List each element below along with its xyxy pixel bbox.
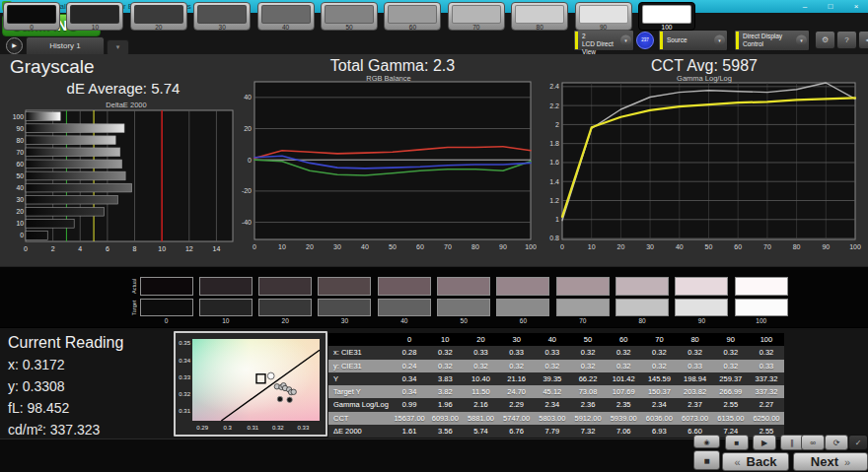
table-cell: 15637.00 bbox=[392, 412, 427, 425]
patch-button-100[interactable]: 100 bbox=[638, 2, 695, 31]
tab-history-1[interactable]: History 1 bbox=[26, 36, 105, 55]
svg-text:40: 40 bbox=[16, 184, 24, 191]
svg-text:10: 10 bbox=[278, 243, 286, 250]
table-cell: 5747.00 bbox=[499, 412, 535, 425]
table-cell: 5803.00 bbox=[535, 412, 570, 425]
table-row-label: x: CIE31 bbox=[328, 346, 392, 359]
target-row-label: Target bbox=[129, 299, 139, 316]
table-cell: 0.32 bbox=[570, 346, 606, 359]
back-button[interactable]: « Back bbox=[722, 452, 789, 471]
table-col-header: 30 bbox=[499, 333, 535, 346]
source-accent-bar bbox=[660, 32, 663, 49]
loop-icon[interactable]: ∞ bbox=[801, 435, 825, 450]
preview-icon[interactable]: ◉ bbox=[693, 435, 720, 448]
table-cell: 3.83 bbox=[427, 372, 463, 385]
source-dropdown[interactable]: Source ▾ bbox=[658, 30, 728, 51]
patch-button-70[interactable]: 70 bbox=[448, 2, 505, 31]
table-cell: 7.06 bbox=[606, 425, 641, 438]
close-button[interactable]: × bbox=[848, 0, 864, 13]
minimize-button[interactable]: – bbox=[797, 0, 813, 13]
patch-button-80[interactable]: 80 bbox=[511, 2, 568, 31]
stop-icon[interactable]: ■ bbox=[725, 435, 749, 450]
table-cell: 11.50 bbox=[463, 385, 498, 398]
svg-text:1: 1 bbox=[555, 216, 559, 223]
svg-text:0.31: 0.31 bbox=[247, 425, 258, 431]
meter-dropdown[interactable]: X-Rite i1Pro 2 LCD Direct View ▾ bbox=[573, 30, 634, 51]
svg-text:0.31: 0.31 bbox=[179, 408, 190, 414]
deltae-bar-chart: 100908070605040302010002468101214 bbox=[3, 109, 253, 259]
svg-text:0.32: 0.32 bbox=[272, 425, 284, 431]
table-cell: 0.32 bbox=[713, 360, 749, 372]
table-col-header: 90 bbox=[713, 333, 749, 346]
table-cell: 7.32 bbox=[570, 425, 606, 438]
chevron-down-icon[interactable]: ▾ bbox=[796, 35, 807, 46]
patch-swatch bbox=[7, 5, 56, 24]
svg-text:60: 60 bbox=[16, 161, 24, 168]
display-control-dropdown[interactable]: Direct Display Control ▾ bbox=[734, 30, 810, 51]
table-col-header: 100 bbox=[749, 333, 784, 346]
svg-text:0.33: 0.33 bbox=[298, 425, 310, 431]
svg-text:50: 50 bbox=[705, 243, 713, 250]
patch-button-40[interactable]: 40 bbox=[257, 2, 315, 31]
table-cell: 0.33 bbox=[678, 360, 713, 372]
actual-swatch-30 bbox=[318, 277, 371, 296]
patch-button-0[interactable]: 0 bbox=[3, 2, 60, 31]
table-row-label: CCT bbox=[328, 412, 392, 425]
target-swatch-70 bbox=[556, 299, 610, 316]
table-cell: 0.32 bbox=[606, 360, 641, 372]
svg-text:2: 2 bbox=[51, 245, 55, 252]
patch-button-20[interactable]: 20 bbox=[130, 2, 187, 31]
maximize-button[interactable]: □ bbox=[823, 0, 838, 13]
patch-button-30[interactable]: 30 bbox=[193, 2, 251, 31]
table-cell: 2.16 bbox=[463, 398, 498, 411]
chevron-down-icon[interactable]: ▾ bbox=[714, 35, 725, 46]
run-tab-button[interactable]: ▶ bbox=[6, 37, 23, 54]
table-cell: 5912.00 bbox=[570, 412, 606, 425]
table-col-header: 70 bbox=[641, 333, 677, 346]
table-cell: 0.32 bbox=[535, 360, 570, 372]
next-button[interactable]: Next » bbox=[793, 452, 868, 471]
table-col-header: 60 bbox=[606, 333, 641, 346]
table-col-header: 20 bbox=[463, 333, 498, 346]
table-cell: 66.22 bbox=[570, 372, 606, 385]
patch-button-10[interactable]: 10 bbox=[66, 2, 123, 31]
svg-text:0.8: 0.8 bbox=[549, 235, 559, 241]
table-row-label: y: CIE31 bbox=[328, 360, 392, 372]
settings-gear-icon[interactable]: ⚙ bbox=[815, 31, 835, 49]
target-swatch-20 bbox=[258, 299, 312, 316]
svg-text:20: 20 bbox=[244, 125, 252, 132]
svg-text:10: 10 bbox=[158, 245, 166, 252]
source-label: Source bbox=[667, 36, 713, 44]
svg-text:30: 30 bbox=[333, 243, 341, 250]
svg-text:70: 70 bbox=[16, 149, 24, 156]
table-cell: 6073.00 bbox=[678, 412, 713, 425]
patch-button-50[interactable]: 50 bbox=[321, 2, 378, 31]
target-swatch-100 bbox=[735, 299, 788, 316]
target-swatch-10 bbox=[199, 299, 253, 316]
deltae-chart-title: DeltaE 2000 bbox=[0, 101, 253, 109]
play-icon[interactable]: ▶ bbox=[753, 435, 776, 450]
chevron-right-icon: » bbox=[844, 456, 850, 468]
display-control-label: Direct Display Control bbox=[743, 33, 795, 48]
patch-button-60[interactable]: 60 bbox=[384, 2, 441, 31]
table-cell: 0.34 bbox=[392, 372, 427, 385]
reading-x: x: 0.3172 bbox=[8, 357, 65, 372]
patch-label: 70 bbox=[452, 24, 501, 32]
table-cell: 0.32 bbox=[713, 346, 749, 359]
swatch-level-label: 100 bbox=[735, 317, 788, 324]
patch-swatch bbox=[70, 5, 119, 24]
svg-text:-20: -20 bbox=[242, 187, 252, 194]
chevron-down-icon[interactable]: ▾ bbox=[620, 35, 631, 46]
refresh-icon[interactable]: ⟳ bbox=[825, 435, 848, 450]
actual-swatch-70 bbox=[556, 277, 610, 296]
table-col-header: 10 bbox=[427, 333, 463, 346]
patch-window-icon[interactable]: ■ bbox=[693, 450, 720, 470]
table-cell: 3.56 bbox=[427, 425, 463, 438]
collapse-arrow-icon[interactable]: ◀ bbox=[858, 31, 868, 49]
help-icon[interactable]: ? bbox=[836, 31, 857, 49]
patch-label: 90 bbox=[579, 24, 628, 32]
table-cell: 2.29 bbox=[499, 398, 535, 411]
confirm-icon[interactable]: ✓ bbox=[848, 435, 868, 450]
patch-button-90[interactable]: 90 bbox=[575, 2, 632, 31]
svg-text:0.33: 0.33 bbox=[179, 374, 190, 380]
